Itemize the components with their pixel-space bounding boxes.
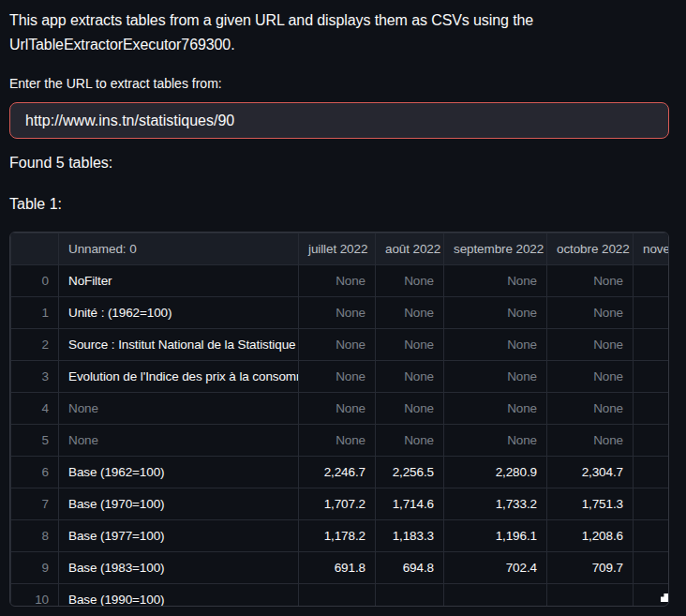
table-cell[interactable]: [444, 584, 547, 608]
table-row: 2Source : Institut National de la Statis…: [11, 329, 670, 361]
table-cell[interactable]: [547, 584, 634, 608]
table-cell[interactable]: None: [376, 265, 444, 297]
table-cell[interactable]: None: [59, 393, 299, 425]
dataframe-container[interactable]: Unnamed: 0juillet 2022août 2022septembre…: [9, 232, 669, 607]
table-cell[interactable]: [634, 488, 670, 520]
app-container: This app extracts tables from a given UR…: [9, 0, 669, 607]
table-cell[interactable]: 2,280.9: [444, 457, 547, 488]
table-cell[interactable]: None: [547, 425, 634, 457]
table-cell[interactable]: Base (1977=100): [59, 520, 299, 552]
column-header[interactable]: juillet 2022: [299, 233, 376, 265]
table-cell[interactable]: [376, 584, 444, 608]
row-index-cell[interactable]: 10: [11, 584, 59, 608]
row-index-cell[interactable]: 0: [11, 265, 59, 297]
table-cell[interactable]: None: [299, 297, 376, 329]
table-row: 3Evolution de l'Indice des prix à la con…: [11, 361, 670, 393]
table-cell[interactable]: None: [444, 329, 547, 361]
table-cell[interactable]: 2,246.7: [299, 457, 376, 488]
url-input[interactable]: [9, 102, 669, 139]
table-cell[interactable]: None: [547, 361, 634, 393]
row-index-cell[interactable]: 4: [11, 393, 59, 425]
table-cell[interactable]: 1,196.1: [444, 520, 547, 552]
table-cell[interactable]: Base (1962=100): [59, 457, 299, 488]
table-row: 6Base (1962=100)2,246.72,256.52,280.92,3…: [11, 457, 670, 488]
table-cell[interactable]: [634, 584, 670, 608]
table-cell[interactable]: 1,751.3: [547, 488, 634, 520]
column-header[interactable]: octobre 2022: [547, 233, 634, 265]
table-cell[interactable]: None: [444, 265, 547, 297]
column-header[interactable]: Unnamed: 0: [59, 233, 299, 265]
row-index-cell[interactable]: 7: [11, 488, 59, 520]
table-cell[interactable]: [634, 393, 670, 425]
dataframe-table: Unnamed: 0juillet 2022août 2022septembre…: [10, 233, 669, 607]
table-cell[interactable]: None: [444, 297, 547, 329]
table-cell[interactable]: [634, 552, 670, 584]
index-column-header[interactable]: [11, 233, 59, 265]
table-row: 5NoneNoneNoneNoneNone: [11, 425, 670, 457]
table-cell[interactable]: None: [299, 265, 376, 297]
row-index-cell[interactable]: 6: [11, 457, 59, 488]
table-cell[interactable]: Base (1990=100): [59, 584, 299, 608]
table-cell[interactable]: Base (1970=100): [59, 488, 299, 520]
table-cell[interactable]: [634, 425, 670, 457]
table-title: Table 1:: [9, 196, 669, 212]
table-cell[interactable]: None: [299, 425, 376, 457]
table-cell[interactable]: None: [547, 297, 634, 329]
table-cell[interactable]: [634, 265, 670, 297]
table-cell[interactable]: Unité : (1962=100): [59, 297, 299, 329]
table-cell[interactable]: 709.7: [547, 552, 634, 584]
row-index-cell[interactable]: 9: [11, 552, 59, 584]
table-cell[interactable]: None: [376, 425, 444, 457]
row-index-cell[interactable]: 1: [11, 297, 59, 329]
table-cell[interactable]: 1,183.3: [376, 520, 444, 552]
row-index-cell[interactable]: 3: [11, 361, 59, 393]
table-row: 9Base (1983=100)691.8694.8702.4709.7: [11, 552, 670, 584]
table-cell[interactable]: 1,733.2: [444, 488, 547, 520]
url-input-label: Enter the URL to extract tables from:: [9, 76, 669, 92]
table-cell[interactable]: Evolution de l'Indice des prix à la cons…: [59, 361, 299, 393]
column-header[interactable]: septembre 2022: [444, 233, 547, 265]
column-header[interactable]: novembre 2022: [634, 233, 670, 265]
table-row: 1Unité : (1962=100)NoneNoneNoneNone: [11, 297, 670, 329]
table-cell[interactable]: 1,178.2: [299, 520, 376, 552]
table-cell[interactable]: None: [376, 361, 444, 393]
table-cell[interactable]: [299, 584, 376, 608]
table-cell[interactable]: None: [299, 393, 376, 425]
table-cell[interactable]: None: [376, 393, 444, 425]
table-cell[interactable]: 2,304.7: [547, 457, 634, 488]
row-index-cell[interactable]: 2: [11, 329, 59, 361]
table-cell[interactable]: None: [444, 425, 547, 457]
table-cell[interactable]: Base (1983=100): [59, 552, 299, 584]
table-cell[interactable]: 691.8: [299, 552, 376, 584]
table-cell[interactable]: None: [376, 329, 444, 361]
table-cell[interactable]: None: [299, 329, 376, 361]
table-cell[interactable]: 702.4: [444, 552, 547, 584]
table-cell[interactable]: [634, 297, 670, 329]
row-index-cell[interactable]: 8: [11, 520, 59, 552]
column-header[interactable]: août 2022: [376, 233, 444, 265]
table-cell[interactable]: None: [299, 361, 376, 393]
table-cell[interactable]: NoFilter: [59, 265, 299, 297]
found-tables-text: Found 5 tables:: [9, 155, 669, 171]
table-cell[interactable]: None: [547, 265, 634, 297]
table-cell[interactable]: Source : Institut National de la Statist…: [59, 329, 299, 361]
table-cell[interactable]: None: [547, 393, 634, 425]
table-cell[interactable]: None: [444, 361, 547, 393]
table-cell[interactable]: [634, 329, 670, 361]
table-cell[interactable]: [634, 520, 670, 552]
table-row: 10Base (1990=100): [11, 584, 670, 608]
table-cell[interactable]: None: [59, 425, 299, 457]
table-header-row: Unnamed: 0juillet 2022août 2022septembre…: [11, 233, 670, 265]
table-cell[interactable]: 2,256.5: [376, 457, 444, 488]
table-cell[interactable]: None: [444, 393, 547, 425]
table-cell[interactable]: [634, 361, 670, 393]
table-cell[interactable]: None: [547, 329, 634, 361]
table-cell[interactable]: None: [376, 297, 444, 329]
table-row: 7Base (1970=100)1,707.21,714.61,733.21,7…: [11, 488, 670, 520]
table-cell[interactable]: 1,208.6: [547, 520, 634, 552]
table-cell[interactable]: 694.8: [376, 552, 444, 584]
table-cell[interactable]: [634, 457, 670, 488]
row-index-cell[interactable]: 5: [11, 425, 59, 457]
table-cell[interactable]: 1,714.6: [376, 488, 444, 520]
table-cell[interactable]: 1,707.2: [299, 488, 376, 520]
